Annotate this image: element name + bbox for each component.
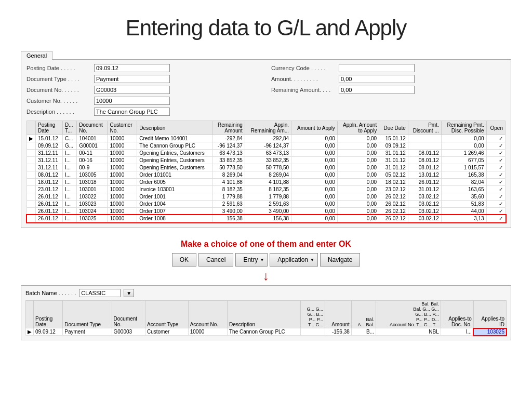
cell-rem-pmt: 35,60 [441, 193, 486, 201]
page-title: Entering data to G/L and Apply [0, 0, 532, 51]
journal-table: PostingDate Document Type DocumentNo. Ac… [25, 300, 507, 336]
cell-doc-no: 103024 [77, 208, 108, 215]
field-label: Posting Date . . . . . [26, 65, 94, 71]
row-indicator [27, 164, 36, 171]
row-indicator [27, 179, 36, 186]
batch-browse-button[interactable]: ▼ [124, 289, 134, 297]
field-input[interactable] [339, 64, 415, 72]
cell-doc-no: 103025 [77, 215, 108, 222]
table-row[interactable]: 08.01.12 I... 103005 10000 Order 101001 … [27, 171, 506, 179]
cell-posting-date: 18.01.12 [36, 179, 63, 186]
cell-rem-amount: 8 182,35 [213, 186, 245, 193]
cell-rem-pmt: 82,04 [441, 179, 486, 186]
col-rem-amount: RemainingAmount [213, 121, 245, 135]
ledger-table: PostingDate D...T... DocumentNo. Custome… [26, 121, 506, 222]
cell-amt-apply: 0,00 [291, 201, 338, 208]
table-row[interactable]: ▶ 15.01.12 C... 104001 10000 Credit Memo… [27, 135, 506, 142]
cell-open: ✓ [486, 142, 505, 150]
cell-posting-date: 31.12.11 [36, 164, 63, 171]
field-label: Amount. . . . . . . . . [271, 76, 339, 82]
table-row[interactable]: 26.01.12 I... 103022 10000 Order 1001 1 … [27, 193, 506, 201]
field-input[interactable] [94, 75, 170, 83]
col-pmt-disc: Pmt.Discount ... [408, 121, 441, 135]
col-applies-to: Applies-toDoc. No. [441, 301, 473, 328]
cell-d-t: G... [62, 142, 76, 150]
field-input[interactable] [94, 97, 170, 105]
cell-doc-no: 103022 [77, 193, 108, 201]
cell-d-t: I... [62, 150, 76, 157]
field-input[interactable] [94, 108, 170, 116]
cell-rem-amount: 1 779,88 [213, 193, 245, 201]
cell-appln-amt: 0,00 [337, 186, 379, 193]
cell-rem-pmt: 163,65 [441, 186, 486, 193]
cell-open: ✓ [486, 164, 505, 171]
form-row: Description . . . . . . [26, 108, 261, 116]
row-indicator [27, 208, 36, 215]
table-row[interactable]: 26.01.12 I... 103025 10000 Order 1008 15… [27, 215, 506, 222]
col-posting-date: PostingDate [36, 121, 63, 135]
row-indicator [27, 215, 36, 222]
entry-button[interactable]: Entry ▼ [235, 253, 268, 267]
table-row[interactable]: 18.01.12 I... 103018 10000 Order 6005 4 … [27, 179, 506, 186]
cell-cust-no: 10000 [108, 142, 137, 150]
ok-button[interactable]: OK [172, 253, 196, 267]
cell-applies-doc: I... [441, 328, 473, 336]
cell-rem-amount: -292,84 [213, 135, 245, 142]
batch-name-input[interactable] [79, 289, 121, 297]
cell-description: Credit Memo 104001 [137, 135, 213, 142]
cell-description: The Cannon Group PLC [228, 328, 301, 336]
cell-doc-no: 00-11 [77, 150, 108, 157]
table-row[interactable]: 09.09.12 G... G00001 10000 The Cannon Gr… [27, 142, 506, 150]
cell-amt-apply: 0,00 [291, 135, 338, 142]
cell-due-date: 15.01.12 [379, 135, 408, 142]
field-input[interactable] [94, 86, 170, 94]
field-input[interactable] [94, 64, 170, 72]
cell-rem-amount: 50 778,50 [213, 164, 245, 171]
general-tab[interactable]: General [21, 51, 52, 60]
cell-description: Order 1004 [137, 201, 213, 208]
cell-amount: -156,38 [325, 328, 351, 336]
table-row[interactable]: 31.12.11 I... 00-16 10000 Opening Entrie… [27, 157, 506, 164]
cell-description: Order 6005 [137, 179, 213, 186]
cell-bal: B... [351, 328, 376, 336]
cell-rem-amount: 2 591,63 [213, 201, 245, 208]
table-row[interactable]: 31.12.11 I... 00-9 10000 Opening Entries… [27, 164, 506, 171]
table-row[interactable]: 26.01.12 I... 103023 10000 Order 1004 2 … [27, 201, 506, 208]
application-dropdown-arrow[interactable]: ▼ [310, 258, 314, 262]
table-row[interactable]: 26.01.12 I... 103024 10000 Order 1007 3 … [27, 208, 506, 215]
cell-appln-amt: 0,00 [337, 215, 379, 222]
cell-appln-rem: 4 101,88 [245, 179, 291, 186]
cell-amt-apply: 0,00 [291, 208, 338, 215]
cell-posting-date: 09.09.12 [34, 328, 63, 336]
form-row: Amount. . . . . . . . . [271, 75, 506, 83]
cancel-button[interactable]: Cancel [198, 253, 233, 267]
cell-d-t: I... [62, 164, 76, 171]
form-row: Document No. . . . . . [26, 86, 261, 94]
field-label: Document Type . . . . [26, 76, 94, 82]
cell-open: ✓ [486, 150, 505, 157]
cell-appln-amt: 0,00 [337, 193, 379, 201]
cell-due-date: 26.02.12 [379, 208, 408, 215]
cell-posting-date: 26.01.12 [36, 208, 63, 215]
cell-open: ✓ [486, 193, 505, 201]
cell-d-t: I... [62, 201, 76, 208]
cell-d-t: I... [62, 186, 76, 193]
cell-doc-no: 103001 [77, 186, 108, 193]
table-row[interactable]: 31.12.11 I... 00-11 10000 Opening Entrie… [27, 150, 506, 157]
cell-cust-no: 10000 [108, 171, 137, 179]
field-label: Currency Code . . . . . [271, 65, 339, 71]
entry-dropdown-arrow[interactable]: ▼ [260, 258, 264, 262]
cell-rem-pmt: 1 269,46 [441, 150, 486, 157]
cell-pmt-disc: 03.02.12 [408, 215, 441, 222]
cell-rem-pmt: 44,00 [441, 208, 486, 215]
table-row[interactable]: 23.01.12 I... 103001 10000 Invoice 10300… [27, 186, 506, 193]
field-input[interactable] [339, 75, 415, 83]
application-button[interactable]: Application ▼ [270, 253, 318, 267]
navigate-button[interactable]: Navigate [320, 253, 360, 267]
field-input[interactable] [339, 86, 415, 94]
cell-due-date: 31.01.12 [379, 164, 408, 171]
col-appln-rem: Appln.Remaining Am... [245, 121, 291, 135]
cell-description: Opening Entries, Customers [137, 164, 213, 171]
col-description: Description [137, 121, 213, 135]
batch-label: Batch Name . . . . . . [25, 290, 76, 296]
